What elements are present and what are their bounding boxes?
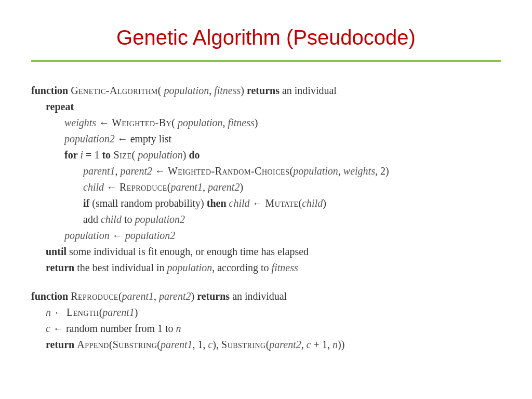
keyword-function: function: [31, 290, 68, 302]
fn-append: Append: [77, 339, 109, 350]
keyword-repeat: repeat: [31, 99, 501, 115]
paren-close: )): [338, 339, 344, 350]
arrow-random: ← random number from 1 to: [50, 323, 176, 334]
var-c: c: [46, 323, 50, 334]
paren-close: ): [240, 181, 243, 193]
return-mid: , according to: [212, 262, 271, 273]
arg: parent1: [161, 339, 192, 350]
eq-one: = 1: [83, 149, 102, 161]
paren-close: ): [241, 85, 247, 96]
arrow: ←: [152, 165, 168, 177]
var-child: child: [227, 197, 250, 209]
slide: Genetic Algorithm (Pseudocode) function …: [0, 0, 532, 374]
returns-tail: an individual: [280, 85, 337, 96]
line-child: child ← Reproduce(parent1, parent2): [31, 179, 501, 195]
comma: ,: [301, 339, 307, 350]
keyword-if: if: [83, 197, 89, 209]
var-n: n: [46, 307, 51, 318]
line-return: return the best individual in population…: [31, 260, 501, 276]
pseudocode-block-1: function Genetic-Algorithm( population, …: [31, 83, 501, 276]
function-name: Genetic-Algorithm: [71, 85, 158, 96]
line-if-mutate: if (small random probability) then child…: [31, 195, 501, 211]
arg: parent2: [208, 181, 240, 193]
arg: fitness: [228, 117, 255, 128]
kw-repeat: repeat: [46, 101, 74, 112]
comma: ,: [154, 290, 159, 302]
fn-weighted-by: Weighted-By: [112, 117, 171, 128]
fn-substring: Substring: [113, 339, 157, 350]
keyword-return: return: [46, 339, 74, 350]
arg: parent1: [102, 307, 134, 318]
mid: , 1,: [192, 339, 208, 350]
arg: n: [332, 339, 338, 350]
line-weights: weights ← Weighted-By( population, fitne…: [31, 115, 501, 131]
arrow-empty-list: ← empty list: [115, 133, 171, 144]
var-child: child: [83, 181, 104, 193]
function-signature: function Genetic-Algorithm( population, …: [31, 83, 501, 99]
line-n-length: n ← Length(parent1): [31, 304, 501, 321]
arg-parent2: parent2: [159, 290, 191, 302]
close-comma: ),: [212, 339, 221, 350]
arg: c: [307, 339, 311, 350]
comma: ,: [203, 181, 208, 193]
paren-open: (: [118, 290, 122, 302]
arg: population: [138, 149, 183, 161]
comma: ,: [223, 117, 228, 128]
fn-size: Size: [111, 149, 131, 161]
arg: parent1: [170, 181, 202, 193]
keyword-to: to: [102, 149, 111, 161]
line-return-append: return Append(Substring(parent1, 1, c), …: [31, 337, 501, 353]
var-parent1: parent1: [83, 165, 115, 177]
line-population2: population2 ← empty list: [31, 131, 501, 147]
arg: c: [208, 339, 212, 350]
tail-2: , 2): [375, 165, 389, 177]
pseudocode-block-2: function Reproduce(parent1, parent2) ret…: [31, 288, 501, 353]
var-population: population: [64, 230, 110, 241]
arg-parent1: parent1: [122, 290, 154, 302]
line-until: until some individual is fit enough, or …: [31, 244, 501, 260]
fn-substring: Substring: [221, 339, 266, 350]
return-pre: the best individual in: [74, 262, 167, 273]
arg: population: [178, 117, 223, 128]
fn-length: Length: [66, 307, 99, 318]
if-condition: (small random probability): [89, 197, 207, 209]
paren-open: (: [131, 149, 138, 161]
line-for: for i = 1 to Size( population) do: [31, 147, 501, 163]
returns-tail: an individual: [230, 290, 287, 302]
keyword-then: then: [207, 197, 227, 209]
fn-reproduce: Reproduce: [119, 181, 167, 193]
paren-open: (: [157, 339, 161, 350]
var-parent2: parent2: [120, 165, 152, 177]
line-add-child: add child to population2: [31, 211, 501, 228]
arg-fitness: fitness: [214, 85, 241, 96]
var-weights: weights: [64, 117, 96, 128]
paren-close: ): [135, 307, 138, 318]
function-signature-reproduce: function Reproduce(parent1, parent2) ret…: [31, 288, 501, 304]
paren-close: ): [183, 149, 189, 161]
line-c-random: c ← random number from 1 to n: [31, 321, 501, 337]
fn-mutate: Mutate: [265, 197, 299, 209]
fn-weighted-random-choices: Weighted-Random-Choices: [168, 165, 289, 177]
paren-open: (: [171, 117, 178, 128]
var-child: child: [101, 214, 122, 225]
arg: parent2: [269, 339, 301, 350]
keyword-for: for: [64, 149, 78, 161]
plus-one: + 1,: [311, 339, 332, 350]
var-population2: population2: [64, 133, 115, 144]
paren-close: ): [191, 290, 197, 302]
comma: ,: [209, 85, 214, 96]
line-parents: parent1, parent2 ← Weighted-Random-Choic…: [31, 163, 501, 179]
arrow: ←: [250, 197, 265, 209]
arrow: ←: [104, 181, 119, 193]
var-n: n: [176, 323, 181, 334]
paren-open: (: [158, 85, 164, 96]
keyword-returns: returns: [247, 85, 280, 96]
arg: weights: [343, 165, 375, 177]
arg: population: [293, 165, 338, 177]
arg-population: population: [164, 85, 209, 96]
var-population2: population2: [125, 230, 176, 241]
text-add: add: [83, 214, 101, 225]
paren-close: ): [255, 117, 258, 128]
slide-title: Genetic Algorithm (Pseudocode): [31, 26, 501, 49]
text-to: to: [122, 214, 135, 225]
